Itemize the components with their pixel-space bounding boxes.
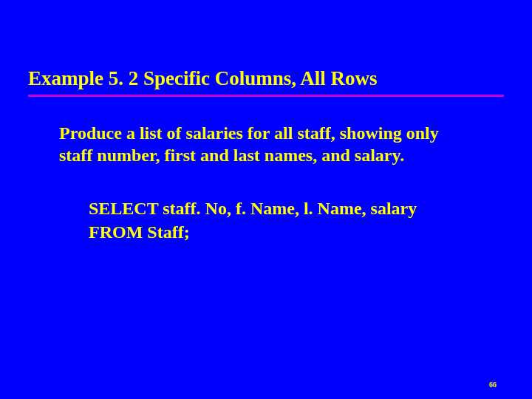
page-number: 66 bbox=[489, 381, 497, 389]
slide-container: Example 5. 2 Specific Columns, All Rows … bbox=[0, 0, 532, 399]
slide-description: Produce a list of salaries for all staff… bbox=[59, 122, 473, 166]
title-underline-wrap: Example 5. 2 Specific Columns, All Rows bbox=[28, 66, 504, 97]
slide-title: Example 5. 2 Specific Columns, All Rows bbox=[28, 66, 504, 90]
sql-line-1: SELECT staff. No, f. Name, l. Name, sala… bbox=[89, 197, 443, 220]
sql-code-block: SELECT staff. No, f. Name, l. Name, sala… bbox=[89, 197, 443, 243]
sql-line-2: FROM Staff; bbox=[89, 221, 443, 244]
